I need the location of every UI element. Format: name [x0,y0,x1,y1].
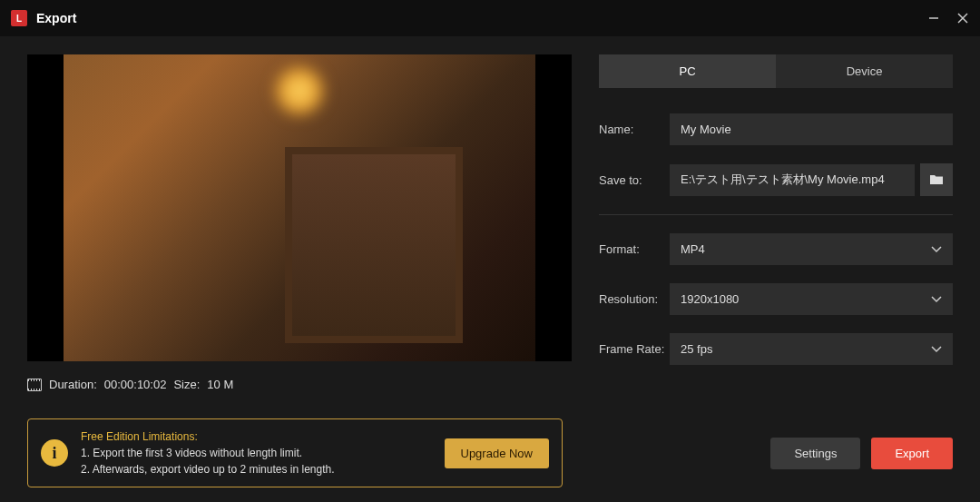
divider [599,214,953,215]
resolution-value: 1920x1080 [681,292,739,306]
bottom-bar: i Free Edition Limitations: 1. Export th… [27,418,953,487]
saveto-label: Save to: [599,173,670,187]
framerate-label: Frame Rate: [599,342,670,356]
film-icon [27,379,42,391]
info-icon: i [41,439,68,467]
settings-button[interactable]: Settings [770,438,860,469]
format-row: Format: MP4 [599,233,953,265]
tab-row: PC Device [599,54,953,88]
minimize-button[interactable] [927,12,940,25]
size-label: Size: [173,378,200,391]
titlebar: L Export [0,0,980,36]
saveto-input[interactable] [670,164,915,196]
limitation-title: Free Edition Limitations: [81,428,432,445]
name-input[interactable] [670,113,953,145]
export-button[interactable]: Export [871,438,953,469]
name-row: Name: [599,113,953,145]
app-icon: L [11,10,27,26]
duration-value: 00:00:10:02 [104,378,167,391]
name-label: Name: [599,123,670,136]
upgrade-button[interactable]: Upgrade Now [445,438,550,468]
limitation-line1: 1. Export the first 3 videos without len… [81,445,432,461]
limitation-box: i Free Edition Limitations: 1. Export th… [27,418,563,487]
limitation-text: Free Edition Limitations: 1. Export the … [81,428,432,477]
chevron-down-icon [931,342,942,356]
preview-image [64,54,535,361]
resolution-row: Resolution: 1920x1080 [599,283,953,315]
right-panel: PC Device Name: Save to: Format: MP4 Res… [599,54,953,391]
resolution-select[interactable]: 1920x1080 [670,283,953,315]
framerate-value: 25 fps [681,342,712,356]
window-controls [927,12,969,25]
framerate-select[interactable]: 25 fps [670,333,953,365]
format-label: Format: [599,242,670,256]
tab-device[interactable]: Device [776,54,953,88]
window-title: Export [36,11,927,25]
main-content: Duration: 00:00:10:02 Size: 10 M PC Devi… [0,36,980,391]
close-button[interactable] [956,12,969,25]
action-buttons: Settings Export [770,438,953,469]
chevron-down-icon [931,242,942,256]
chevron-down-icon [931,292,942,306]
folder-icon [929,173,944,186]
resolution-label: Resolution: [599,292,670,306]
tab-pc[interactable]: PC [599,54,776,88]
preview-box [27,54,572,361]
size-value: 10 M [207,378,233,391]
browse-folder-button[interactable] [920,163,953,196]
duration-label: Duration: [49,378,97,391]
saveto-row: Save to: [599,163,953,196]
framerate-row: Frame Rate: 25 fps [599,333,953,365]
left-panel: Duration: 00:00:10:02 Size: 10 M [27,54,572,391]
video-info-row: Duration: 00:00:10:02 Size: 10 M [27,378,572,391]
limitation-line2: 2. Afterwards, export video up to 2 minu… [81,461,432,477]
format-select[interactable]: MP4 [670,233,953,265]
format-value: MP4 [681,242,705,256]
